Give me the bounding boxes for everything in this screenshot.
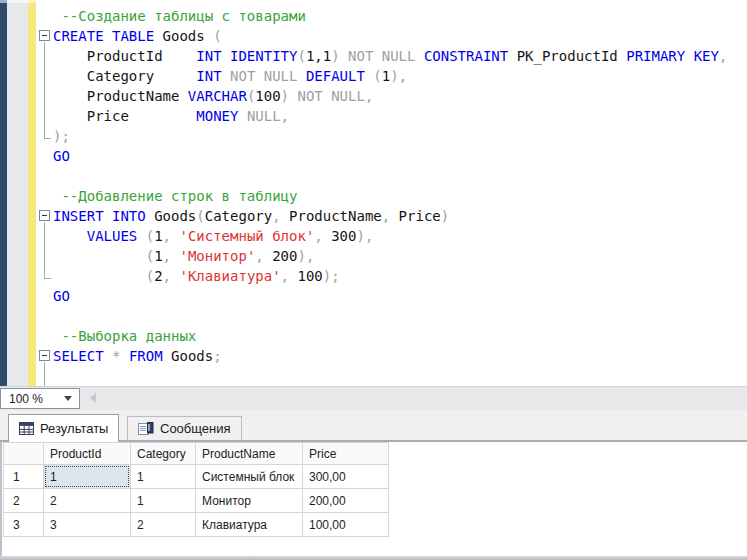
grid-column-header[interactable]: ProductName	[196, 443, 303, 465]
code-line[interactable]: );	[36, 126, 747, 146]
grid-cell[interactable]: 300,00	[303, 465, 389, 489]
outline-margin	[36, 146, 53, 166]
grid-row-number[interactable]: 3	[4, 513, 44, 537]
zoom-level-dropdown[interactable]: 100 %	[0, 388, 80, 409]
grid-column-header[interactable]: Price	[303, 443, 389, 465]
breakpoint-gutter[interactable]	[7, 0, 28, 386]
scroll-left-arrow-icon[interactable]	[90, 393, 96, 403]
code-line[interactable]: --Добавление строк в таблицу	[36, 186, 747, 206]
code-text: GO	[53, 146, 70, 166]
grid-column-header[interactable]: ProductId	[44, 443, 131, 465]
outline-margin	[36, 86, 53, 106]
code-line[interactable]: INSERT INTO Goods(Category, ProductName,…	[36, 206, 747, 226]
grid-cell[interactable]: 100,00	[303, 513, 389, 537]
code-text: GO	[53, 286, 70, 306]
code-text: VALUES (1, 'Системный блок', 300),	[53, 226, 373, 246]
sql-editor-pane: --Создание таблицы с товарамиCREATE TABL…	[0, 0, 747, 386]
outline-margin	[36, 286, 53, 306]
code-text: ProductId INT IDENTITY(1,1) NOT NULL CON…	[53, 46, 727, 66]
grid-header-row: ProductIdCategoryProductNamePrice	[4, 443, 389, 465]
code-line[interactable]: GO	[36, 286, 747, 306]
outline-margin	[36, 6, 53, 26]
collapse-region-icon[interactable]	[39, 350, 50, 361]
code-line[interactable]	[36, 366, 747, 386]
code-editor[interactable]: --Создание таблицы с товарамиCREATE TABL…	[36, 0, 747, 386]
grid-cell[interactable]: 2	[44, 489, 131, 513]
track-changes-bar	[28, 0, 36, 386]
editor-scrollbar-row: 100 %	[0, 386, 747, 410]
code-line[interactable]: SELECT * FROM Goods;	[36, 346, 747, 366]
outline-margin	[36, 66, 53, 86]
outline-margin	[36, 106, 53, 126]
outline-margin-collapse[interactable]	[36, 26, 53, 46]
code-line[interactable]: --Выборка данных	[36, 326, 747, 346]
outline-margin-collapse[interactable]	[36, 346, 53, 366]
results-grid-pane: ProductIdCategoryProductNamePrice111Сист…	[0, 442, 747, 556]
collapse-region-icon[interactable]	[39, 30, 50, 41]
code-text: );	[53, 126, 70, 146]
code-text: INSERT INTO Goods(Category, ProductName,…	[53, 206, 449, 226]
outline-margin	[36, 186, 53, 206]
outline-margin	[36, 306, 53, 326]
table-row: 221Монитор200,00	[4, 489, 389, 513]
grid-cell[interactable]: 2	[131, 513, 196, 537]
code-line[interactable]	[36, 166, 747, 186]
grid-cell[interactable]: Монитор	[196, 489, 303, 513]
grid-corner-cell[interactable]	[4, 443, 44, 465]
code-line[interactable]: VALUES (1, 'Системный блок', 300),	[36, 226, 747, 246]
code-line[interactable]	[36, 306, 747, 326]
outline-margin	[36, 246, 53, 266]
messages-icon	[138, 422, 154, 436]
outline-margin	[36, 126, 53, 146]
code-line[interactable]: CREATE TABLE Goods (	[36, 26, 747, 46]
code-text: --Выборка данных	[53, 326, 196, 346]
grid-cell[interactable]: Системный блок	[196, 465, 303, 489]
window-bottom-border	[0, 556, 747, 560]
tab-messages-label: Сообщения	[160, 421, 231, 436]
grid-cell[interactable]: 1	[131, 465, 196, 489]
outline-margin	[36, 326, 53, 346]
tab-messages[interactable]: Сообщения	[127, 416, 242, 440]
code-line[interactable]: (1, 'Монитор', 200),	[36, 246, 747, 266]
outline-margin-collapse[interactable]	[36, 206, 53, 226]
tab-results-label: Результаты	[40, 421, 108, 436]
code-text: Price MONEY NULL,	[53, 106, 289, 126]
outline-margin	[36, 266, 53, 286]
editor-top-highlight	[0, 0, 36, 3]
grid-cell[interactable]: 1	[44, 465, 131, 489]
grid-cell[interactable]: 1	[131, 489, 196, 513]
grid-column-header[interactable]: Category	[131, 443, 196, 465]
code-text: (1, 'Монитор', 200),	[53, 246, 314, 266]
code-text: --Создание таблицы с товарами	[53, 6, 306, 26]
tab-results[interactable]: Результаты	[8, 414, 119, 442]
editor-left-edge	[0, 0, 7, 386]
grid-row-number[interactable]: 1	[4, 465, 44, 489]
outline-margin	[36, 46, 53, 66]
results-grid: ProductIdCategoryProductNamePrice111Сист…	[3, 442, 389, 537]
outline-margin	[36, 366, 53, 386]
code-line[interactable]: (2, 'Клавиатура', 100);	[36, 266, 747, 286]
table-row: 111Системный блок300,00	[4, 465, 389, 489]
zoom-level-value: 100 %	[1, 392, 64, 406]
grid-row-number[interactable]: 2	[4, 489, 44, 513]
code-text: ProductName VARCHAR(100) NOT NULL,	[53, 86, 373, 106]
ssms-window: --Создание таблицы с товарамиCREATE TABL…	[0, 0, 747, 560]
code-line[interactable]: ProductName VARCHAR(100) NOT NULL,	[36, 86, 747, 106]
grid-cell[interactable]: 3	[44, 513, 131, 537]
code-text: (2, 'Клавиатура', 100);	[53, 266, 340, 286]
code-line[interactable]: --Создание таблицы с товарами	[36, 6, 747, 26]
code-line[interactable]: Category INT NOT NULL DEFAULT (1),	[36, 66, 747, 86]
results-grid-icon	[19, 422, 34, 435]
code-text: SELECT * FROM Goods;	[53, 346, 222, 366]
outline-margin	[36, 226, 53, 246]
code-line[interactable]: Price MONEY NULL,	[36, 106, 747, 126]
outline-margin	[36, 166, 53, 186]
code-line[interactable]: ProductId INT IDENTITY(1,1) NOT NULL CON…	[36, 46, 747, 66]
grid-cell[interactable]: Клавиатура	[196, 513, 303, 537]
results-tabbar: Результаты Сообщения	[0, 410, 747, 442]
code-text: Category INT NOT NULL DEFAULT (1),	[53, 66, 407, 86]
code-line[interactable]: GO	[36, 146, 747, 166]
collapse-region-icon[interactable]	[39, 210, 50, 221]
code-text: --Добавление строк в таблицу	[53, 186, 297, 206]
grid-cell[interactable]: 200,00	[303, 489, 389, 513]
